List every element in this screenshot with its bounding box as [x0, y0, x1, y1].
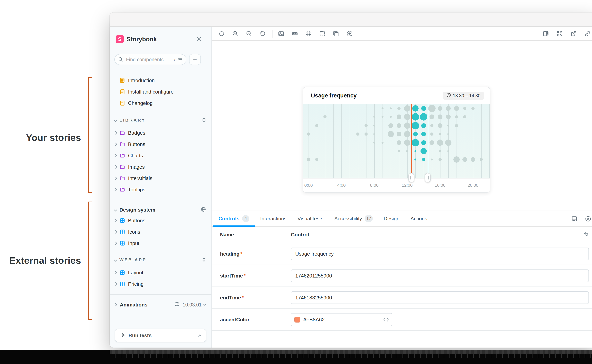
version-selector[interactable]: 10.03.01 [183, 302, 206, 308]
story-stage: Usage frequency 13:30 – 14:30 0:004:008:… [212, 41, 592, 211]
heading-input[interactable] [291, 247, 589, 260]
sidebar-item-changelog[interactable]: Changelog [110, 98, 211, 109]
sidebar-item-icons[interactable]: Icons [110, 226, 211, 238]
data-dot [390, 116, 392, 118]
color-swatch[interactable] [294, 317, 300, 323]
sidebar-item-charts[interactable]: Charts [110, 150, 211, 161]
data-dot [323, 115, 326, 118]
outline-icon[interactable] [319, 31, 325, 37]
tab-interactions[interactable]: Interactions [255, 211, 292, 226]
web-app-list: LayoutPricing [110, 267, 211, 290]
data-dot [462, 157, 467, 162]
selection-end-handle[interactable] [425, 173, 431, 182]
chevron-right-icon [114, 271, 117, 274]
tab-actions[interactable]: Actions [405, 211, 433, 226]
sidebar-item-interstitials[interactable]: Interstitials [110, 173, 211, 184]
viewports-icon[interactable] [333, 31, 339, 37]
chevron-right-icon [114, 131, 117, 135]
data-dot [364, 124, 368, 127]
settings-gear-icon[interactable] [196, 36, 202, 43]
search-box[interactable]: / [114, 54, 186, 65]
sidebar-item-label: Buttons [128, 218, 145, 224]
tab-visual-tests[interactable]: Visual tests [292, 211, 329, 226]
folder-icon [120, 164, 125, 169]
accessibility-icon[interactable] [346, 31, 353, 37]
copy-link-icon[interactable] [584, 31, 591, 37]
sidebar-item-pricing[interactable]: Pricing [110, 278, 211, 290]
chevron-right-icon [114, 282, 117, 286]
zoom-out-icon[interactable] [246, 31, 252, 37]
sidebar-item-animations[interactable]: Animations 10.03.01 [110, 299, 211, 310]
component-icon [120, 229, 125, 234]
sidebar-item-buttons[interactable]: Buttons [110, 215, 211, 226]
data-dot [315, 124, 318, 127]
sidebar-item-introduction[interactable]: Introduction [110, 75, 211, 86]
close-panel-icon[interactable] [585, 216, 591, 222]
fullscreen-icon[interactable] [557, 31, 563, 37]
sidebar-item-label: Badges [128, 130, 145, 136]
endTime-input[interactable] [291, 291, 589, 304]
data-dot [373, 142, 375, 144]
grid-icon[interactable] [306, 31, 312, 37]
tab-label: Visual tests [297, 216, 323, 222]
data-dot [421, 106, 426, 111]
filter-icon[interactable] [178, 56, 182, 63]
folder-icon [120, 130, 125, 136]
data-dot [356, 132, 359, 136]
reset-controls-icon[interactable] [583, 231, 589, 238]
measure-icon[interactable] [292, 31, 298, 37]
clock-icon [447, 93, 451, 98]
section-library[interactable]: LIBRARY [110, 116, 211, 125]
background-icon[interactable] [278, 31, 284, 37]
bubble-chart[interactable] [303, 104, 490, 178]
startTime-input[interactable] [291, 269, 589, 282]
control-name: startTime* [212, 273, 291, 279]
data-dot [438, 106, 442, 111]
sidebar-item-tooltips[interactable]: Tooltips [110, 184, 211, 195]
data-dot [404, 123, 410, 129]
folder-icon [120, 187, 125, 192]
zoom-reset-icon[interactable] [260, 31, 266, 37]
search-input[interactable] [125, 56, 172, 63]
data-dot [412, 122, 419, 129]
data-dot [404, 105, 410, 111]
selection-line [428, 104, 428, 178]
data-dot [454, 106, 459, 111]
gridline [366, 104, 366, 178]
panel-toggle-icon[interactable] [543, 31, 549, 37]
expand-collapse-icon[interactable] [202, 256, 206, 264]
zoom-in-icon[interactable] [232, 31, 238, 37]
globe-icon [201, 206, 206, 214]
panel-position-icon[interactable] [571, 216, 578, 222]
tab-accessibility[interactable]: Accessibility17 [329, 211, 378, 226]
remount-icon[interactable] [218, 31, 225, 37]
raw-value-icon[interactable] [383, 316, 389, 323]
sidebar-item-badges[interactable]: Badges [110, 127, 211, 139]
selection-start-handle[interactable] [408, 173, 414, 182]
gridline [309, 104, 309, 178]
run-tests-button[interactable]: Run tests [115, 329, 206, 342]
tab-label: Controls [218, 216, 239, 222]
library-list: BadgesButtonsChartsImagesInterstitialsTo… [110, 127, 211, 195]
section-web-app[interactable]: WEB APP [110, 255, 211, 265]
tab-design[interactable]: Design [378, 211, 405, 226]
sidebar-item-install-and-configure[interactable]: Install and configure [110, 86, 211, 98]
search-shortcut-hint: / [174, 57, 176, 62]
accentColor-color-control[interactable]: #FB8A62 [291, 313, 392, 326]
sidebar-item-buttons[interactable]: Buttons [110, 139, 211, 150]
section-design-system[interactable]: Design system [110, 205, 211, 214]
open-external-icon[interactable] [571, 31, 577, 37]
sidebar-item-images[interactable]: Images [110, 161, 211, 173]
data-dot [373, 125, 375, 127]
sidebar-item-label: Animations [120, 302, 148, 308]
storybook-logo-icon[interactable]: S [116, 35, 124, 43]
sidebar-item-input[interactable]: Input [110, 238, 211, 249]
data-dot [429, 140, 434, 145]
sidebar-item-layout[interactable]: Layout [110, 267, 211, 278]
chevron-up-icon[interactable] [198, 335, 202, 338]
expand-collapse-icon[interactable] [202, 117, 206, 124]
document-icon [120, 89, 125, 94]
data-dot [397, 132, 401, 136]
create-story-button[interactable]: + [189, 54, 201, 65]
tab-controls[interactable]: Controls4 [213, 211, 255, 226]
